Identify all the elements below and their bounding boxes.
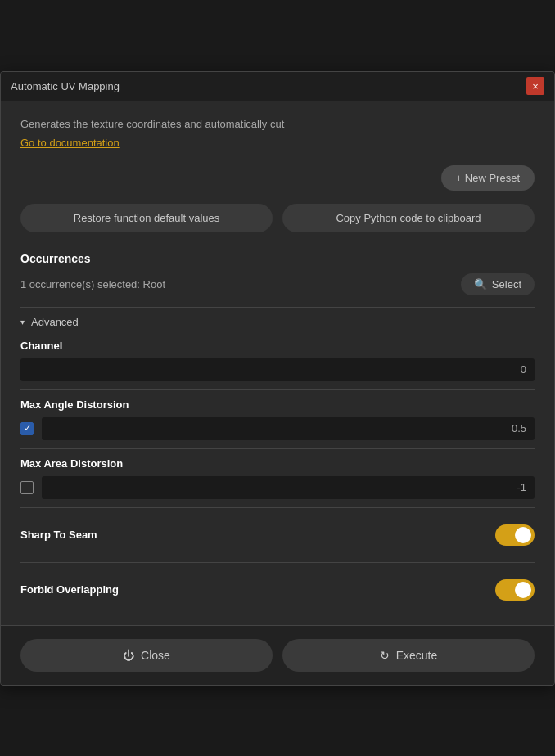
chevron-down-icon: ▾ [20,317,25,326]
occurrences-text: 1 occurrence(s) selected: Root [20,278,165,290]
channel-field: Channel 0 [20,340,535,381]
max-area-slider[interactable]: -1 [42,476,535,499]
divider-5 [20,562,535,563]
max-area-label: Max Area Distorsion [20,457,535,470]
max-area-field: Max Area Distorsion -1 [20,457,535,499]
sharp-to-seam-row: Sharp To Seam [20,516,535,554]
close-window-button[interactable]: × [526,77,544,95]
max-angle-field: Max Angle Distorsion 0.5 [20,398,535,440]
title-bar: Automatic UV Mapping × [1,72,554,101]
forbid-overlapping-toggle[interactable] [495,579,535,601]
max-area-checkbox[interactable] [20,481,34,494]
divider-4 [20,507,535,508]
description-text: Generates the texture coordinates and au… [20,118,535,130]
footer: ⏻ Close ↻ Execute [1,625,554,685]
max-angle-checkbox[interactable] [20,422,34,435]
doc-link[interactable]: Go to documentation [20,137,120,149]
top-actions: + New Preset [20,165,535,191]
power-icon: ⏻ [123,649,134,662]
restore-defaults-button[interactable]: Restore function default values [20,204,273,232]
forbid-overlapping-row: Forbid Overlapping [20,571,535,609]
select-button[interactable]: 🔍 Select [461,273,535,295]
max-area-slider-row: -1 [20,476,535,499]
close-button[interactable]: ⏻ Close [20,639,273,672]
action-buttons: Restore function default values Copy Pyt… [20,204,535,232]
channel-slider[interactable]: 0 [20,358,535,381]
refresh-icon: ↻ [380,649,390,662]
search-icon: 🔍 [474,278,487,290]
channel-label: Channel [20,340,535,352]
max-area-value: -1 [517,481,526,493]
channel-value: 0 [521,363,526,376]
sharp-to-seam-toggle[interactable] [495,524,535,546]
divider-3 [20,448,535,449]
window-title: Automatic UV Mapping [11,80,120,92]
copy-python-button[interactable]: Copy Python code to clipboard [282,204,535,232]
select-label: Select [492,278,521,290]
close-label: Close [141,649,170,662]
main-window: Automatic UV Mapping × Generates the tex… [0,71,555,686]
occurrences-title: Occurrences [20,252,535,265]
advanced-toggle[interactable]: ▾ Advanced [20,316,535,328]
occurrences-row: 1 occurrence(s) selected: Root 🔍 Select [20,273,535,295]
divider-2 [20,389,535,390]
content-area: Generates the texture coordinates and au… [1,101,554,625]
execute-button[interactable]: ↻ Execute [282,639,535,672]
advanced-label: Advanced [31,316,79,328]
max-angle-slider-row: 0.5 [20,417,535,440]
channel-slider-row: 0 [20,358,535,381]
max-angle-slider[interactable]: 0.5 [42,417,535,440]
execute-label: Execute [396,649,438,662]
max-angle-value: 0.5 [512,422,526,434]
max-angle-label: Max Angle Distorsion [20,398,535,411]
sharp-to-seam-label: Sharp To Seam [20,529,97,541]
forbid-overlapping-label: Forbid Overlapping [20,583,119,596]
divider-1 [20,307,535,308]
new-preset-button[interactable]: + New Preset [441,165,535,191]
